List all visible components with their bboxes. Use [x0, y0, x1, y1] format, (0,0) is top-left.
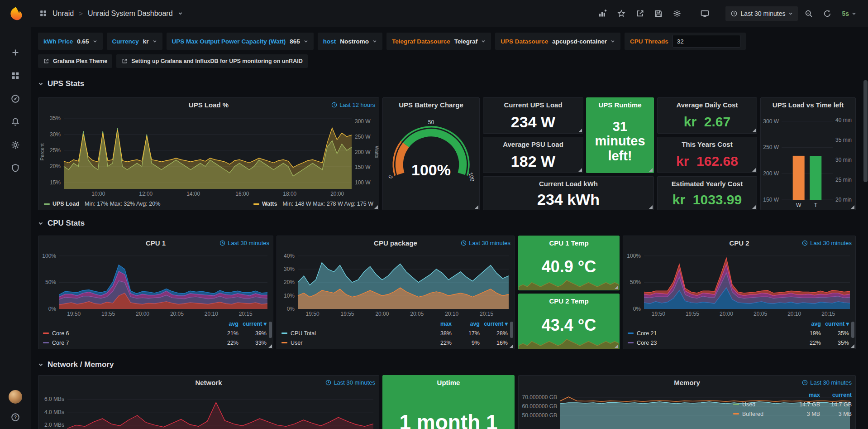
section-header-network-memory[interactable]: Network / Memory: [38, 360, 114, 369]
panel-resize-handle[interactable]: [850, 344, 855, 348]
panel-title[interactable]: CPU package: [374, 239, 417, 247]
share-button[interactable]: [632, 6, 648, 21]
legend-column-header[interactable]: max: [424, 321, 452, 327]
panel-resize-handle[interactable]: [752, 168, 756, 172]
panel-title[interactable]: UPS Load %: [189, 101, 229, 109]
panel-resize-handle[interactable]: [850, 205, 855, 209]
stat-value: kr 2.67: [658, 111, 757, 132]
legend-row[interactable]: Used14.7 GB14.7 GB: [733, 400, 852, 409]
legend-column-header[interactable]: avg: [452, 321, 480, 327]
legend-row[interactable]: CPU Total38%17%28%: [281, 328, 508, 338]
panel-resize-handle[interactable]: [649, 168, 653, 172]
sidebar-item-explore[interactable]: [10, 93, 21, 104]
variable-value-dropdown[interactable]: 0.65: [77, 38, 97, 45]
panel-resize-handle[interactable]: [649, 205, 653, 209]
legend-column-header[interactable]: current ▾: [480, 320, 508, 327]
legend-column-header[interactable]: avg: [210, 321, 238, 327]
dashboard-link[interactable]: Grafana Plex Theme: [38, 54, 112, 68]
cpu-threads-input[interactable]: [672, 35, 740, 48]
user-avatar[interactable]: [9, 390, 22, 404]
breadcrumb-folder[interactable]: Unraid: [52, 10, 74, 18]
legend-scrollbar[interactable]: [510, 322, 513, 338]
panel-title[interactable]: This Years Cost: [682, 140, 732, 148]
variable-value-dropdown[interactable]: apcupsd-container: [552, 38, 615, 45]
panel-resize-handle[interactable]: [614, 285, 619, 289]
zoom-out-time-button[interactable]: [801, 6, 816, 21]
legend-item[interactable]: WattsMin: 148 W Max: 278 W Avg: 175 W: [253, 201, 373, 207]
sidebar-item-configuration[interactable]: [10, 140, 21, 150]
dashboard-link-label: Setting up Grafana and InfluxDB for UPS …: [131, 58, 302, 64]
chevron-down-icon[interactable]: [178, 11, 183, 16]
sidebar-item-alerting[interactable]: [10, 116, 21, 127]
panel-title[interactable]: Memory: [674, 379, 700, 386]
panel-resize-handle[interactable]: [474, 205, 479, 209]
add-panel-button[interactable]: [595, 6, 610, 21]
panel-resize-handle[interactable]: [752, 128, 756, 133]
variable-value-dropdown[interactable]: kr: [143, 38, 157, 45]
panel-title[interactable]: CPU 2 Temp: [549, 297, 588, 305]
legend-value: 35%: [821, 330, 849, 337]
panel-resize-handle[interactable]: [578, 128, 582, 133]
panel-title[interactable]: Uptime: [437, 379, 460, 386]
panel-title[interactable]: Average Daily Cost: [676, 101, 738, 109]
legend-row[interactable]: Core 621%39%: [43, 328, 267, 338]
sidebar-item-help[interactable]: ?: [10, 412, 21, 423]
panel-title[interactable]: UPS Battery Charge: [399, 101, 463, 109]
variable-value-dropdown[interactable]: 865: [290, 38, 308, 45]
legend-row[interactable]: Core 2322%35%: [628, 338, 849, 347]
panel-title[interactable]: CPU 1: [146, 239, 166, 247]
panel-resize-handle[interactable]: [509, 344, 514, 348]
network-chart[interactable]: 2.0 MBs4.0 MBs6.0 MBs: [38, 389, 379, 429]
svg-text:19:50: 19:50: [306, 311, 320, 317]
breadcrumb-title[interactable]: Unraid System Dashboard: [88, 10, 173, 18]
cpu2-chart[interactable]: 0%50%100%19:5019:5520:0020:0520:1020:15: [623, 250, 855, 318]
dashboard-link[interactable]: Setting up Grafana and InfluxDB for UPS …: [116, 54, 307, 68]
legend-column-header[interactable]: current ▾: [238, 320, 267, 327]
save-button[interactable]: [651, 6, 666, 21]
page-scrollbar-thumb[interactable]: [863, 80, 868, 182]
panel-resize-handle[interactable]: [752, 205, 756, 209]
panel-title[interactable]: CPU 1 Temp: [549, 239, 588, 247]
ups-load-chart[interactable]: 15%20%25%30%35%100 W150 W200 W250 W300 W…: [38, 111, 379, 198]
panel-title[interactable]: UPS Runtime: [598, 101, 641, 109]
panel-resize-handle[interactable]: [374, 205, 378, 209]
panel-title[interactable]: CPU 2: [729, 239, 749, 247]
dashboard-settings-button[interactable]: [669, 6, 685, 21]
time-range-picker[interactable]: Last 30 minutes: [725, 6, 798, 21]
panel-title[interactable]: UPS Load vs Time left: [773, 101, 844, 109]
panel-resize-handle[interactable]: [614, 344, 619, 348]
cpu-package-chart[interactable]: 0%10%20%30%40%19:5019:5520:0020:0520:102…: [277, 250, 514, 318]
section-header-cpu-stats[interactable]: CPU Stats: [38, 219, 85, 228]
panel-title[interactable]: Network: [195, 379, 222, 386]
legend-item[interactable]: UPS LoadMin: 17% Max: 32% Avg: 20%: [44, 201, 160, 207]
section-header-ups-stats[interactable]: UPS Stats: [38, 79, 84, 88]
legend-row[interactable]: Core 2119%35%: [628, 328, 849, 338]
grafana-logo[interactable]: [8, 6, 23, 21]
star-button[interactable]: [614, 6, 629, 21]
panel-title[interactable]: Current UPS Load: [504, 101, 562, 109]
legend-column-header[interactable]: avg: [793, 321, 821, 327]
legend-column-header[interactable]: current ▾: [821, 320, 849, 327]
panel-title[interactable]: Estimated Yearly Cost: [672, 180, 743, 188]
sidebar-item-create[interactable]: [10, 47, 21, 58]
refresh-interval-picker[interactable]: 5s: [838, 6, 860, 21]
legend-row[interactable]: User22%9%16%: [281, 338, 508, 347]
sidebar-item-dashboards[interactable]: [10, 70, 21, 81]
legend-scrollbar[interactable]: [851, 322, 854, 338]
refresh-button[interactable]: [820, 6, 835, 21]
legend-value: 17%: [452, 330, 480, 337]
variable-value-dropdown[interactable]: Telegraf: [454, 38, 486, 45]
sidebar-item-server-admin[interactable]: [10, 163, 21, 174]
panel-title[interactable]: Average PSU Load: [503, 140, 563, 148]
legend-column-header[interactable]: max: [788, 392, 820, 398]
legend-scrollbar[interactable]: [269, 322, 272, 338]
cycle-view-mode-button[interactable]: [697, 6, 713, 21]
legend-row[interactable]: Core 722%33%: [43, 338, 267, 347]
panel-resize-handle[interactable]: [268, 344, 272, 348]
panel-title[interactable]: Current Load kWh: [539, 180, 598, 188]
legend-column-header[interactable]: current: [820, 392, 852, 398]
cpu1-chart[interactable]: 0%50%100%19:5019:5520:0020:0520:1020:15: [38, 250, 273, 318]
variable-value-dropdown[interactable]: Nostromo: [340, 38, 377, 45]
legend-row[interactable]: Buffered3 MB3 MB: [733, 409, 852, 419]
panel-resize-handle[interactable]: [578, 168, 582, 172]
